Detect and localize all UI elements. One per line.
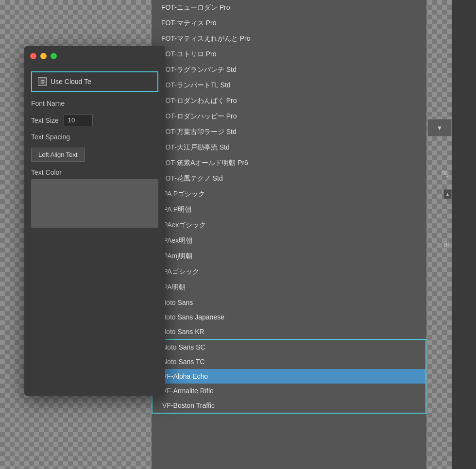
text-color-row: Text Color: [31, 168, 158, 228]
text-size-input[interactable]: [64, 114, 93, 126]
font-list-item[interactable]: IPAゴシック: [152, 264, 426, 280]
font-list-item[interactable]: IPAex明朝: [152, 233, 426, 249]
font-list-item[interactable]: Noto Sans KR: [152, 324, 426, 339]
font-name-label: Font Name: [31, 100, 158, 107]
partial-text-al: al: [443, 240, 449, 248]
use-cloud-checkbox[interactable]: ⊠: [38, 77, 47, 86]
text-color-label: Text Color: [31, 168, 158, 176]
scrollbar-up-arrow[interactable]: ▲: [443, 189, 452, 199]
arrow-up-icon: ▲: [445, 192, 450, 197]
font-list-item[interactable]: FOT-ロダンわんぱく Pro: [152, 93, 426, 109]
text-spacing-row: Text Spacing: [31, 133, 158, 141]
font-list-item[interactable]: IPAexゴシック: [152, 218, 426, 233]
use-cloud-text-row[interactable]: ⊠ Use Cloud Te: [31, 71, 158, 92]
use-cloud-label: Use Cloud Te: [51, 78, 91, 85]
font-list-item[interactable]: FOT-ランバートTL Std: [152, 78, 426, 93]
font-list-item[interactable]: FOT-マティス Pro: [152, 16, 426, 31]
maximize-button[interactable]: [51, 53, 57, 59]
font-list-item[interactable]: Noto Sans: [152, 295, 426, 310]
main-panel: ⊠ Use Cloud Te Font Name Text Size Text …: [24, 46, 165, 396]
font-list-item[interactable]: FOT-大江戸勘亭流 Std: [152, 140, 426, 155]
font-list-item[interactable]: VF-Boston Traffic: [153, 398, 425, 413]
font-list-item[interactable]: IPAmj明朝: [152, 249, 426, 264]
panel-content: ⊠ Use Cloud Te Font Name Text Size Text …: [24, 66, 165, 240]
font-list-item[interactable]: Noto Sans Japanese: [152, 310, 426, 324]
font-list-item[interactable]: FOT-筑紫Aオールド明朝 Pr6: [152, 155, 426, 171]
close-button[interactable]: [30, 53, 36, 59]
left-align-button[interactable]: Left Align Text: [31, 148, 85, 162]
font-list-item[interactable]: FOT-ロダンハッピー Pro: [152, 109, 426, 124]
title-bar: [24, 46, 165, 66]
partial-text-ng: ng: [441, 169, 449, 177]
font-list-item[interactable]: Noto Sans SC: [153, 340, 425, 354]
font-dropdown-button[interactable]: ▼: [427, 119, 452, 136]
font-list-item[interactable]: VF-Armalite Rifle: [153, 384, 425, 398]
text-spacing-label: Text Spacing: [31, 133, 158, 141]
font-list-item[interactable]: FOT-ラグランパンチ Std: [152, 62, 426, 78]
font-list-item[interactable]: FOT-ニューロダン Pro: [152, 0, 426, 16]
font-list-item[interactable]: IPA明朝: [152, 280, 426, 295]
left-align-row: Left Align Text: [31, 148, 158, 162]
font-list-item[interactable]: Noto Sans TC: [153, 354, 425, 369]
minimize-button[interactable]: [40, 53, 47, 59]
color-swatch[interactable]: [31, 179, 158, 228]
text-size-row: Text Size: [31, 114, 158, 126]
font-selection-border-group: Noto Sans SCNoto Sans TCVF-Alpha EchoVF-…: [152, 339, 426, 414]
chevron-down-icon: ▼: [437, 124, 443, 132]
font-list-item[interactable]: FOT-花風テクノ Std: [152, 171, 426, 186]
font-list-item[interactable]: IPA Pゴシック: [152, 186, 426, 202]
font-list-item[interactable]: IPA P明朝: [152, 202, 426, 218]
font-name-row: Font Name: [31, 100, 158, 107]
font-list-item[interactable]: FOT-ユトリロ Pro: [152, 47, 426, 62]
font-list-item[interactable]: FOT-万葉古印ラージ Std: [152, 124, 426, 140]
text-size-label: Text Size: [31, 117, 59, 124]
font-list-item[interactable]: FOT-マティスえれがんと Pro: [152, 31, 426, 47]
font-list-item[interactable]: VF-Alpha Echo: [153, 369, 425, 384]
font-dropdown-list[interactable]: FOT-ニューロダン ProFOT-マティス ProFOT-マティスえれがんと …: [152, 0, 426, 469]
right-edge-panel: [452, 0, 476, 469]
